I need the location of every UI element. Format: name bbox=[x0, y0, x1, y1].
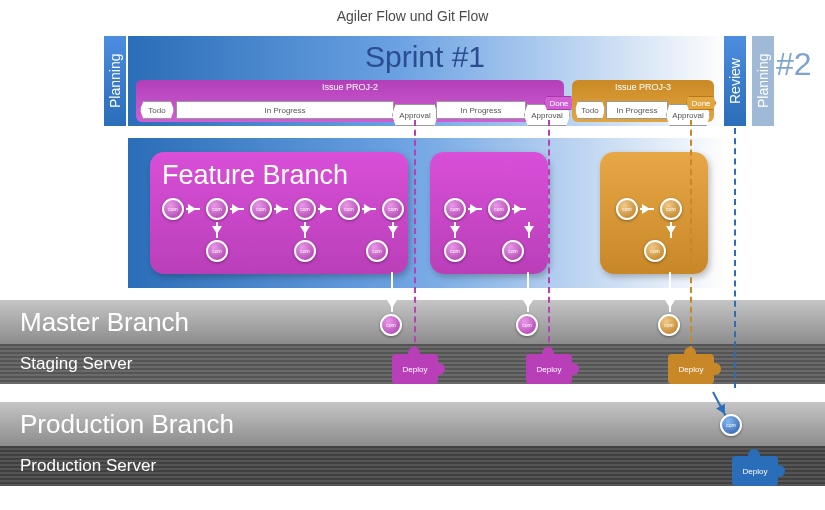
production-branch-band: Production Branch bbox=[0, 402, 825, 446]
commit-node: com bbox=[250, 198, 272, 220]
arrow-icon bbox=[527, 272, 529, 312]
arrow-icon bbox=[454, 222, 456, 238]
commit-node: com bbox=[294, 240, 316, 262]
commit-node: com bbox=[338, 198, 360, 220]
commit-node: com bbox=[206, 240, 228, 262]
commit-node: com bbox=[516, 314, 538, 336]
arrow-icon bbox=[670, 222, 672, 238]
diagram-title: Agiler Flow und Git Flow bbox=[0, 0, 825, 28]
issue-bar-proj3: Issue PROJ-3 Todo In Progress Approval D… bbox=[572, 80, 714, 122]
commit-node: com bbox=[488, 198, 510, 220]
arrow-icon bbox=[230, 208, 244, 210]
arrow-icon bbox=[318, 208, 332, 210]
commit-node: com bbox=[162, 198, 184, 220]
commit-node: com bbox=[444, 198, 466, 220]
phase-planning-1: Planning bbox=[104, 36, 126, 126]
commit-node: com bbox=[658, 314, 680, 336]
commit-node: com bbox=[294, 198, 316, 220]
arrow-icon bbox=[528, 222, 530, 238]
issue-lane: Done bbox=[686, 96, 716, 110]
commit-node: com bbox=[720, 414, 742, 436]
arrow-icon bbox=[362, 208, 376, 210]
commit-node: com bbox=[366, 240, 388, 262]
issue-lane: Done bbox=[544, 96, 574, 110]
review-line bbox=[734, 128, 736, 388]
approval-line bbox=[690, 120, 692, 352]
feature-branch-title: Feature Branch bbox=[150, 152, 408, 199]
approval-line bbox=[548, 120, 550, 352]
arrow-icon bbox=[669, 272, 671, 312]
issue-lane: Todo bbox=[140, 101, 174, 119]
phase-planning-2: Planning bbox=[752, 36, 774, 126]
commit-node: com bbox=[644, 240, 666, 262]
commit-node: com bbox=[660, 198, 682, 220]
deploy-badge: Deploy bbox=[392, 354, 438, 384]
arrow-icon bbox=[391, 272, 393, 312]
deploy-badge: Deploy bbox=[668, 354, 714, 384]
deploy-badge: Deploy bbox=[526, 354, 572, 384]
commit-node: com bbox=[616, 198, 638, 220]
arrow-icon bbox=[512, 208, 526, 210]
issue-lane: Todo bbox=[575, 101, 605, 119]
arrow-icon bbox=[304, 222, 306, 238]
issue-proj2-id: Issue PROJ-2 bbox=[136, 80, 564, 92]
commit-node: com bbox=[380, 314, 402, 336]
arrow-icon bbox=[392, 222, 394, 238]
master-branch-band: Master Branch bbox=[0, 300, 825, 344]
arrow-icon bbox=[640, 208, 654, 210]
issue-bar-proj2: Issue PROJ-2 Todo In Progress Approval I… bbox=[136, 80, 564, 122]
arrow-icon bbox=[216, 222, 218, 238]
phase-review: Review bbox=[724, 36, 746, 126]
sprint-label: Sprint #1 bbox=[128, 36, 722, 74]
production-server-band: Production Server bbox=[0, 446, 825, 486]
approval-line bbox=[414, 120, 416, 352]
commit-node: com bbox=[502, 240, 524, 262]
arrow-icon bbox=[186, 208, 200, 210]
issue-lane: In Progress bbox=[606, 101, 668, 119]
commit-node: com bbox=[444, 240, 466, 262]
arrow-icon bbox=[274, 208, 288, 210]
issue-lane: In Progress bbox=[436, 101, 526, 119]
deploy-badge: Deploy bbox=[732, 456, 778, 486]
commit-node: com bbox=[206, 198, 228, 220]
commit-node: com bbox=[382, 198, 404, 220]
sprint-next: #2 bbox=[776, 46, 812, 83]
arrow-icon bbox=[468, 208, 482, 210]
issue-proj3-id: Issue PROJ-3 bbox=[572, 80, 714, 92]
issue-lane: In Progress bbox=[176, 101, 394, 119]
